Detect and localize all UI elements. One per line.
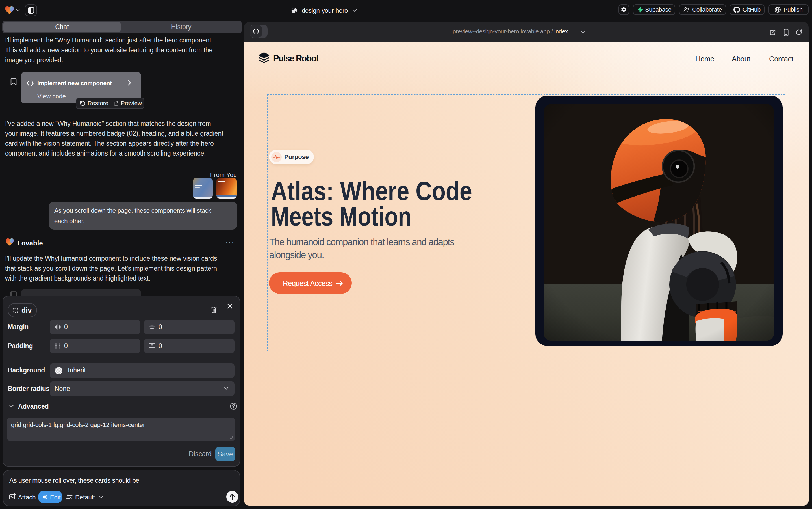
svg-text:Meets Motion: Meets Motion [271,201,411,231]
